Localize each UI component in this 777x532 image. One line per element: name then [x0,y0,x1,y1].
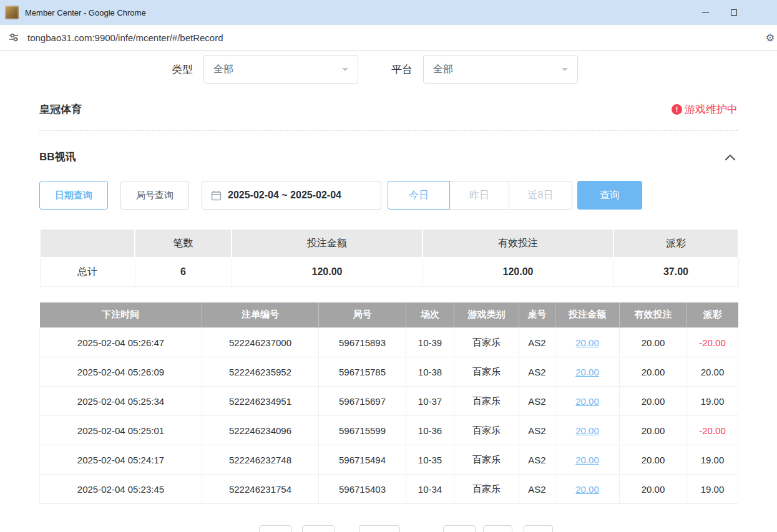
order-number: 522246231754 [202,475,319,504]
exclamation-icon: ! [672,104,682,115]
table-number: AS2 [519,387,555,416]
query-controls: 日期查询 局号查询 2025-02-04 ~ 2025-02-04 今日 昨日 … [39,181,738,210]
platform-select[interactable]: 全部 [423,55,578,84]
pagination-button[interactable] [302,525,335,532]
bet-record-page: 类型 全部 平台 全部 皇冠体育 ! 游戏维护中 BB视讯 [0,55,777,532]
bet-amount-cell: 20.00 [555,328,620,357]
table-row: 2025-02-04 05:26:09522246235952596715785… [40,357,738,387]
date-range-picker[interactable]: 2025-02-04 ~ 2025-02-04 [202,181,381,210]
calendar-icon [211,190,222,201]
game-type: 百家乐 [454,475,519,504]
column-header: 下注时间 [40,302,202,328]
summary-header-row: 笔数 投注金额 有效投注 派彩 [40,229,738,258]
round-number: 596715403 [319,475,406,504]
table-row: 2025-02-04 05:24:17522246232748596715494… [40,445,738,475]
pagination-button[interactable] [443,525,476,532]
today-button[interactable]: 今日 [388,181,450,210]
payout: 19.00 [687,445,738,475]
column-header: 有效投注 [620,302,687,328]
table-number: AS2 [519,416,555,445]
valid-bet: 20.00 [620,445,687,475]
payout: 20.00 [687,357,738,387]
bet-table-body: 2025-02-04 05:26:47522246237000596715893… [40,328,738,504]
bet-amount-link[interactable]: 20.00 [575,337,599,348]
table-number: AS2 [519,445,555,475]
session: 10-34 [406,475,454,504]
site-settings-icon[interactable] [7,31,20,44]
column-header: 游戏类别 [454,302,519,328]
section-divider [39,130,738,131]
pagination-button[interactable] [259,525,291,532]
valid-bet: 20.00 [620,328,687,357]
payout: 19.00 [687,387,738,416]
summary-empty-header [40,229,135,258]
bet-amount-cell: 20.00 [555,445,620,475]
url-text[interactable]: tongbao31.com:9900/infe/mcenter/#/betRec… [27,32,766,43]
summary-total-row: 总计 6 120.00 120.00 37.00 [40,258,738,286]
round-number: 596715893 [319,328,406,357]
type-select[interactable]: 全部 [203,55,358,84]
column-header: 桌号 [519,302,555,328]
summary-table: 笔数 投注金额 有效投注 派彩 总计 6 120.00 120.00 37.00 [39,228,739,287]
bet-amount-cell: 20.00 [555,416,620,445]
search-button[interactable]: 查询 [577,181,642,210]
order-number: 522246232748 [202,445,319,475]
window-title: Member Center - Google Chrome [25,8,691,17]
bet-amount-link[interactable]: 20.00 [575,367,599,377]
bet-time: 2025-02-04 05:23:45 [40,475,202,504]
chevron-down-icon [562,68,568,74]
pagination-button[interactable] [359,525,400,532]
game-type: 百家乐 [454,445,519,475]
column-header: 场次 [406,302,454,328]
round-number: 596715599 [319,416,406,445]
payout: -20.00 [687,328,738,357]
yesterday-button[interactable]: 昨日 [449,181,509,210]
bet-time: 2025-02-04 05:26:09 [40,357,202,387]
quick-filter-group: 今日 昨日 近8日 [388,181,572,210]
close-button-partial[interactable] [748,0,777,25]
bet-amount-link[interactable]: 20.00 [575,425,599,436]
summary-payout-value: 37.00 [613,258,738,286]
browser-settings-icon[interactable]: ⚙ [766,32,775,44]
section-title-crown-sports: 皇冠体育 [39,102,82,117]
round-query-tab[interactable]: 局号查询 [120,181,189,210]
summary-header-valid-bet: 有效投注 [423,229,613,258]
chevron-up-icon [724,153,736,162]
pagination-button[interactable] [483,525,512,532]
last-8-days-button[interactable]: 近8日 [509,181,572,210]
section-title-bb-video: BB视讯 [39,150,76,164]
summary-header-bet-amount: 投注金额 [232,229,423,258]
column-header: 注单编号 [202,302,319,328]
summary-bet-amount-value: 120.00 [232,258,423,286]
minimize-button[interactable] [691,0,720,25]
platform-filter-label: 平台 [391,62,413,77]
minimize-icon [702,12,709,13]
valid-bet: 20.00 [620,475,687,504]
address-bar[interactable]: tongbao31.com:9900/infe/mcenter/#/betRec… [0,25,777,51]
order-number: 522246235952 [202,357,319,387]
column-header: 局号 [319,302,406,328]
valid-bet: 20.00 [620,387,687,416]
round-number: 596715697 [319,387,406,416]
collapse-section-button[interactable] [723,152,738,163]
bet-amount-link[interactable]: 20.00 [575,484,599,495]
date-query-tab[interactable]: 日期查询 [39,181,108,210]
game-type: 百家乐 [454,416,519,445]
session: 10-38 [406,357,454,387]
bet-records-table: 下注时间注单编号局号场次游戏类别桌号投注金额有效投注派彩 2025-02-04 … [39,302,738,505]
maximize-button[interactable] [720,0,748,25]
round-number: 596715785 [319,357,406,387]
date-range-value: 2025-02-04 ~ 2025-02-04 [228,190,341,201]
game-type: 百家乐 [454,328,519,357]
maximize-icon [731,9,737,16]
column-header: 投注金额 [555,302,620,328]
bet-amount-link[interactable]: 20.00 [575,396,599,407]
maintenance-text: 游戏维护中 [685,102,738,117]
payout: 19.00 [687,475,738,504]
session: 10-39 [406,328,454,357]
column-header: 派彩 [687,302,738,328]
bet-amount-cell: 20.00 [555,387,620,416]
summary-valid-bet-value: 120.00 [423,258,613,286]
pagination-button[interactable] [524,525,553,532]
bet-amount-link[interactable]: 20.00 [575,455,599,465]
